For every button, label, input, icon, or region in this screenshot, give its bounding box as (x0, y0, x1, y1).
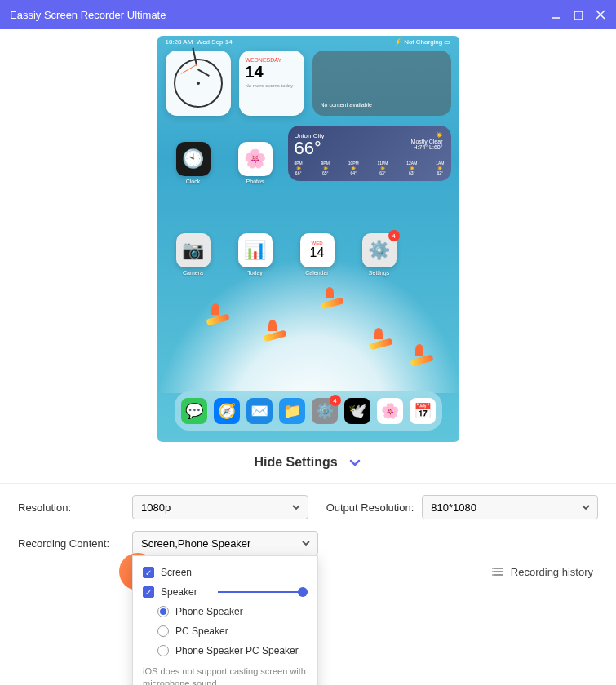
weather-condition: ☀️ Mostly Clear H:74° L:60° (411, 132, 443, 150)
maximize-button[interactable] (573, 9, 583, 20)
list-icon (491, 565, 504, 578)
resolution-label: Resolution: (18, 502, 124, 514)
dock-icon: 📁 (279, 398, 305, 424)
window-controls (550, 9, 606, 20)
speaker-volume-slider[interactable] (218, 591, 308, 593)
dock-icon: 📅 (410, 398, 436, 424)
app-icon: 🌸Photos (234, 142, 277, 184)
empty-widget-text: No content available (321, 102, 372, 108)
app-row: 🕙Clock🌸Photos (172, 142, 401, 184)
widget-row: WEDNESDAY 14 No more events today No con… (166, 51, 451, 116)
app-title: Eassiy Screen Recorder Ultimate (10, 9, 550, 21)
dock-icon: 🧭 (214, 398, 240, 424)
app-icon: WED14Calendar (296, 233, 339, 276)
calendar-icon: WED14 (300, 233, 335, 267)
cal-num: 14 (246, 63, 298, 82)
recording-history-link[interactable]: Recording history (491, 565, 593, 578)
dropdown-option-screen[interactable]: ✓ Screen (143, 563, 308, 582)
app-row: 📷Camera📊TodayWED14Calendar⚙️4Settings (172, 233, 401, 276)
output-resolution-label: Output Resolution: (326, 502, 414, 514)
statusbar-date: Wed Sep 14 (197, 38, 233, 46)
toggle-settings-button[interactable]: Hide Settings (254, 455, 361, 470)
dock-icon: 🕊️ (344, 398, 370, 424)
today-icon: 📊 (238, 233, 273, 267)
phone-preview: 10:28 AM Wed Sep 14 ⚡ Not Charging ▭ WED… (157, 36, 459, 442)
recording-content-dropdown: ✓ Screen ✓ Speaker Phone Speaker (132, 555, 318, 685)
radio-pc-speaker[interactable]: PC Speaker (157, 621, 308, 641)
clock-widget (166, 51, 231, 116)
svg-point-7 (492, 568, 494, 569)
resolution-select[interactable] (132, 495, 308, 519)
app-grid: 🕙Clock🌸Photos 📷Camera📊TodayWED14Calendar… (172, 142, 401, 276)
checkbox-icon[interactable]: ✓ (143, 567, 154, 578)
recording-history-label: Recording history (511, 566, 593, 578)
dock: 💬🧭✉️📁⚙️4🕊️🌸📅 (175, 391, 442, 431)
app-icon: 📷Camera (172, 233, 215, 276)
radio-icon[interactable] (157, 625, 169, 637)
close-button[interactable] (595, 9, 606, 20)
output-resolution-select[interactable] (422, 495, 598, 519)
settings-row: Resolution: Output Resolution: (18, 495, 598, 519)
radio-icon[interactable] (157, 645, 169, 656)
dock-icon: 💬 (181, 398, 207, 424)
dock-icon: 🌸 (377, 398, 403, 424)
recording-content-label: Recording Content: (18, 537, 124, 550)
clock-face-icon (174, 59, 223, 108)
camera-icon: 📷 (176, 233, 211, 267)
settings-icon: ⚙️4 (362, 233, 397, 267)
dropdown-note: iOS does not support casting screen with… (143, 661, 308, 685)
dock-icon: ✉️ (246, 398, 273, 424)
cal-day: WEDNESDAY (246, 57, 298, 63)
dropdown-option-speaker[interactable]: ✓ Speaker (143, 582, 308, 602)
svg-point-8 (492, 571, 494, 572)
radio-phone-speaker[interactable]: Phone Speaker (157, 602, 308, 621)
app-icon: ⚙️4Settings (358, 233, 401, 276)
chevron-down-icon (348, 455, 362, 470)
cal-sub: No more events today (246, 83, 298, 88)
empty-widget: No content available (312, 51, 451, 116)
radio-both-speakers[interactable]: Phone Speaker PC Speaker (157, 641, 308, 661)
radio-icon[interactable] (157, 606, 169, 617)
svg-point-9 (492, 574, 494, 576)
phone-statusbar: 10:28 AM Wed Sep 14 ⚡ Not Charging ▭ (157, 38, 459, 46)
statusbar-charging: Not Charging (404, 38, 442, 46)
main-area: 10:28 AM Wed Sep 14 ⚡ Not Charging ▭ WED… (0, 29, 616, 578)
checkbox-icon[interactable]: ✓ (143, 586, 154, 598)
svg-rect-1 (574, 11, 583, 20)
calendar-widget: WEDNESDAY 14 No more events today (239, 51, 304, 116)
recording-content-select[interactable] (132, 531, 318, 555)
app-icon: 🕙Clock (172, 142, 215, 184)
titlebar: Eassiy Screen Recorder Ultimate (0, 0, 616, 29)
minimize-button[interactable] (550, 9, 561, 20)
statusbar-time: 10:28 AM (166, 38, 193, 46)
photos-icon: 🌸 (238, 142, 273, 176)
dock-icon: ⚙️4 (312, 398, 338, 424)
app-icon: 📊Today (234, 233, 277, 276)
settings-row: Recording Content: ✓ Screen ✓ Speaker (18, 531, 598, 555)
settings-panel: Resolution: Output Resolution: Recording… (0, 483, 616, 578)
clock-icon: 🕙 (176, 142, 211, 176)
toggle-settings-label: Hide Settings (254, 455, 337, 470)
